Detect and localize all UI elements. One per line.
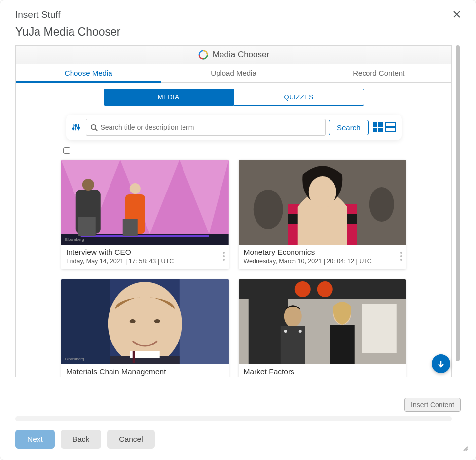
footer-buttons: Next Back Cancel bbox=[0, 421, 476, 460]
media-card[interactable]: Bloomberg Materials Chain Management bbox=[61, 279, 229, 377]
back-button[interactable]: Back bbox=[61, 430, 101, 449]
media-chooser-frame: Media Chooser Choose Media Upload Media … bbox=[15, 45, 452, 377]
svg-point-39 bbox=[130, 319, 136, 323]
svg-point-4 bbox=[91, 124, 95, 129]
action-bar: Insert Content bbox=[0, 392, 476, 421]
svg-rect-56 bbox=[330, 325, 354, 364]
card-menu-button[interactable] bbox=[222, 251, 226, 264]
media-info: Materials Chain Management bbox=[61, 364, 229, 377]
search-button[interactable]: Search bbox=[329, 120, 369, 135]
svg-point-34 bbox=[400, 259, 402, 261]
svg-point-30 bbox=[253, 190, 283, 229]
media-thumbnail bbox=[239, 160, 406, 245]
more-vertical-icon bbox=[223, 252, 225, 261]
media-meta: Friday, May 14, 2021 | 17: 58: 43 | UTC bbox=[66, 258, 224, 265]
grid-icon bbox=[372, 122, 383, 133]
modal-header: Insert Stuff YuJa Media Chooser bbox=[0, 0, 476, 45]
arrow-down-icon bbox=[437, 359, 445, 368]
media-info: Monetary Economics Wednesday, March 10, … bbox=[239, 245, 406, 269]
search-input-wrapper bbox=[86, 119, 326, 136]
media-info: Market Factors bbox=[239, 364, 406, 377]
svg-point-23 bbox=[223, 255, 225, 257]
media-grid: Bloomberg Interview with CEO Friday, May… bbox=[16, 160, 451, 377]
list-icon bbox=[385, 122, 396, 133]
list-view-button[interactable] bbox=[385, 121, 397, 133]
modal-subtitle: YuJa Media Chooser bbox=[15, 25, 461, 38]
svg-point-16 bbox=[82, 179, 94, 191]
svg-point-22 bbox=[223, 252, 225, 254]
svg-rect-9 bbox=[386, 123, 396, 127]
vertical-scrollbar[interactable] bbox=[456, 45, 461, 377]
svg-rect-10 bbox=[386, 128, 396, 132]
tab-quizzes[interactable]: QUIZZES bbox=[234, 89, 364, 106]
content-area: Media Chooser Choose Media Upload Media … bbox=[0, 45, 476, 392]
filter-button[interactable] bbox=[71, 122, 81, 132]
svg-point-53 bbox=[284, 330, 287, 333]
close-button[interactable] bbox=[452, 9, 462, 19]
svg-point-54 bbox=[298, 330, 301, 333]
resize-handle[interactable] bbox=[461, 444, 468, 453]
media-title: Interview with CEO bbox=[66, 248, 224, 257]
media-title: Materials Chain Management bbox=[66, 367, 224, 376]
svg-point-18 bbox=[130, 183, 141, 194]
svg-rect-5 bbox=[373, 122, 377, 127]
svg-rect-43 bbox=[133, 351, 135, 363]
media-title: Market Factors bbox=[244, 367, 402, 376]
primary-tabs: Choose Media Upload Media Record Content bbox=[16, 64, 451, 83]
grid-view-button[interactable] bbox=[372, 121, 384, 133]
tab-record-content[interactable]: Record Content bbox=[306, 64, 451, 82]
svg-rect-6 bbox=[378, 122, 383, 127]
svg-point-31 bbox=[369, 187, 394, 222]
card-menu-button[interactable] bbox=[399, 251, 403, 264]
search-icon bbox=[90, 124, 98, 131]
tab-media[interactable]: MEDIA bbox=[104, 89, 234, 106]
next-button[interactable]: Next bbox=[15, 430, 55, 449]
cancel-button[interactable]: Cancel bbox=[107, 430, 154, 449]
svg-point-1 bbox=[72, 128, 74, 130]
media-thumbnail: Bloomberg bbox=[61, 279, 229, 364]
media-title: Monetary Economics bbox=[244, 248, 402, 257]
secondary-tabs: MEDIA QUIZZES bbox=[16, 89, 451, 106]
svg-rect-7 bbox=[373, 128, 377, 132]
scrollbar-thumb[interactable] bbox=[456, 45, 460, 361]
sliders-icon bbox=[72, 123, 80, 132]
media-card[interactable]: Monetary Economics Wednesday, March 10, … bbox=[239, 160, 406, 269]
insert-stuff-modal: Insert Stuff YuJa Media Chooser Media Ch… bbox=[0, 0, 476, 460]
svg-point-48 bbox=[317, 281, 332, 297]
media-thumbnail bbox=[239, 279, 406, 364]
svg-point-24 bbox=[223, 259, 225, 261]
svg-text:Bloomberg: Bloomberg bbox=[65, 237, 84, 242]
select-all-row bbox=[16, 140, 451, 160]
svg-rect-14 bbox=[81, 235, 209, 237]
search-input[interactable] bbox=[101, 123, 321, 131]
svg-point-40 bbox=[154, 319, 160, 323]
app-name: Media Chooser bbox=[213, 50, 269, 60]
close-icon bbox=[453, 10, 461, 18]
svg-point-47 bbox=[294, 281, 310, 297]
svg-rect-36 bbox=[61, 279, 110, 364]
more-vertical-icon bbox=[400, 252, 402, 261]
svg-point-29 bbox=[308, 176, 336, 208]
svg-point-3 bbox=[77, 127, 79, 129]
media-card[interactable]: Market Factors bbox=[239, 279, 406, 377]
media-info: Interview with CEO Friday, May 14, 2021 … bbox=[61, 245, 229, 269]
media-thumbnail: Bloomberg bbox=[61, 160, 229, 245]
app-bar: Media Chooser bbox=[16, 46, 451, 64]
svg-rect-37 bbox=[180, 279, 229, 364]
svg-point-2 bbox=[75, 125, 77, 127]
insert-content-button[interactable]: Insert Content bbox=[404, 398, 461, 412]
scroll-down-fab[interactable] bbox=[432, 354, 450, 373]
horizontal-scrollbar[interactable] bbox=[15, 416, 452, 421]
select-all-checkbox[interactable] bbox=[63, 147, 70, 154]
tab-choose-media[interactable]: Choose Media bbox=[16, 64, 161, 83]
svg-rect-20 bbox=[123, 219, 138, 236]
tab-upload-media[interactable]: Upload Media bbox=[161, 64, 306, 82]
svg-point-33 bbox=[400, 255, 402, 257]
media-card[interactable]: Bloomberg Interview with CEO Friday, May… bbox=[61, 160, 229, 269]
resize-icon bbox=[461, 444, 468, 451]
svg-text:Bloomberg: Bloomberg bbox=[65, 357, 84, 361]
svg-rect-19 bbox=[78, 217, 96, 236]
yuja-logo-icon bbox=[198, 49, 209, 60]
svg-rect-50 bbox=[362, 304, 396, 353]
view-toggle-group bbox=[372, 121, 397, 133]
